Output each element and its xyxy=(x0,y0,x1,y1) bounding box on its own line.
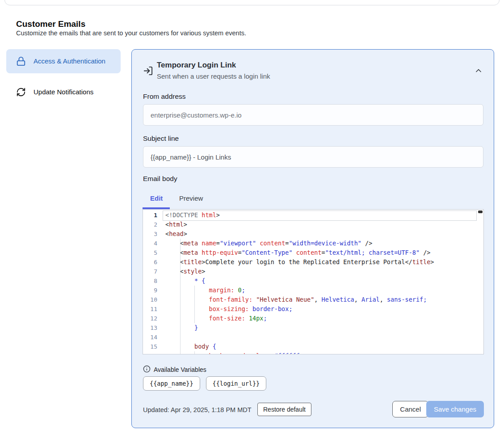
variable-chip[interactable]: {{app_name}} xyxy=(143,376,200,391)
code-line[interactable]: 7 <style> xyxy=(143,267,483,276)
refresh-icon xyxy=(16,87,26,97)
code-line[interactable]: 8 * { xyxy=(143,276,483,286)
code-text: body { xyxy=(165,342,216,351)
code-line[interactable]: 13 } xyxy=(143,323,483,333)
tab-edit[interactable]: Edit xyxy=(150,194,163,202)
sidebar-item-access-authentication[interactable]: Access & Authentication xyxy=(6,49,121,73)
code-text: <meta name="viewport" content="width=dev… xyxy=(165,239,372,248)
line-number: 7 xyxy=(143,267,157,276)
line-number: 16 xyxy=(143,351,157,354)
variable-chip[interactable]: {{login_url}} xyxy=(206,376,267,391)
code-editor[interactable]: 1<!DOCTYPE html>2<html>3<head>4 <meta na… xyxy=(143,209,484,354)
from-address-input[interactable] xyxy=(143,104,483,126)
log-in-icon xyxy=(143,66,153,78)
code-rows: 1<!DOCTYPE html>2<html>3<head>4 <meta na… xyxy=(143,210,483,354)
line-number: 15 xyxy=(143,342,157,351)
temporary-login-link-card: Temporary Login Link Sent when a user re… xyxy=(131,49,494,428)
subject-line-input[interactable] xyxy=(143,146,483,168)
card-subtitle: Sent when a user requests a login link xyxy=(157,72,270,80)
lock-icon xyxy=(16,56,26,66)
code-text: <style> xyxy=(165,267,205,276)
code-text: background-color: #ffffff; xyxy=(165,351,303,354)
code-text: font-size: 14px; xyxy=(165,314,267,323)
code-text: <head> xyxy=(165,229,187,239)
code-line[interactable]: 1<!DOCTYPE html> xyxy=(143,211,483,220)
sidebar-item-label: Access & Authentication xyxy=(34,56,105,67)
line-number: 10 xyxy=(143,295,157,304)
line-number: 5 xyxy=(143,248,157,257)
line-number: 11 xyxy=(143,304,157,314)
line-number: 2 xyxy=(143,220,157,229)
code-line[interactable]: 11 box-sizing: border-box; xyxy=(143,304,483,314)
available-variables-label: Available Variables xyxy=(154,366,206,373)
code-line[interactable]: 14 xyxy=(143,333,483,342)
previous-card-bottom-edge xyxy=(4,0,500,5)
page-subtitle: Customize the emails that are sent to yo… xyxy=(16,29,246,37)
editor-scrollbar-thumb[interactable] xyxy=(478,211,483,213)
sidebar-item-label: Update Notifications xyxy=(34,87,93,97)
subject-line-label: Subject line xyxy=(143,135,179,143)
code-text: * { xyxy=(165,276,205,286)
code-line[interactable]: 2<html> xyxy=(143,220,483,229)
code-text: font-family: "Helvetica Neue", Helvetica… xyxy=(165,295,427,304)
code-line[interactable]: 16 background-color: #ffffff; xyxy=(143,351,483,354)
code-line[interactable]: 12 font-size: 14px; xyxy=(143,314,483,323)
line-number: 8 xyxy=(143,276,157,286)
sidebar-item-update-notifications[interactable]: Update Notifications xyxy=(6,80,121,104)
active-tab-underline xyxy=(143,207,170,209)
code-text: <meta http-equiv="Content-Type" content=… xyxy=(165,248,430,257)
line-number: 3 xyxy=(143,229,157,239)
code-line[interactable]: 4 <meta name="viewport" content="width=d… xyxy=(143,239,483,248)
code-line[interactable]: 15 body { xyxy=(143,342,483,351)
line-number: 13 xyxy=(143,323,157,333)
collapse-card-button[interactable] xyxy=(472,65,485,77)
code-text: <title>Complete your login to the Replic… xyxy=(165,257,434,267)
email-categories-sidebar: Access & Authentication Update Notificat… xyxy=(6,49,121,104)
code-line[interactable]: 5 <meta http-equiv="Content-Type" conten… xyxy=(143,248,483,257)
line-number: 1 xyxy=(143,211,157,220)
page-title: Customer Emails xyxy=(16,19,85,29)
code-text: } xyxy=(165,323,198,333)
line-number: 14 xyxy=(143,333,157,342)
code-text: <html> xyxy=(165,220,187,229)
line-number: 9 xyxy=(143,286,157,295)
updated-timestamp: Updated: Apr 29, 2025, 1:18 PM MDT xyxy=(143,406,252,413)
info-icon[interactable] xyxy=(143,365,151,375)
line-number: 12 xyxy=(143,314,157,323)
code-line[interactable]: 9 margin: 0; xyxy=(143,286,483,295)
from-address-label: From address xyxy=(143,93,186,101)
variable-chips: {{app_name}}{{login_url}} xyxy=(143,376,266,391)
code-line[interactable]: 3<head> xyxy=(143,229,483,239)
code-line[interactable]: 6 <title>Complete your login to the Repl… xyxy=(143,257,483,267)
save-changes-button[interactable]: Save changes xyxy=(426,401,484,417)
tab-preview[interactable]: Preview xyxy=(179,194,203,202)
card-title: Temporary Login Link xyxy=(157,61,236,70)
chevron-up-icon xyxy=(474,70,483,76)
cancel-button[interactable]: Cancel xyxy=(392,401,428,417)
line-number: 4 xyxy=(143,239,157,248)
code-text: <!DOCTYPE html> xyxy=(165,211,220,220)
code-text: margin: 0; xyxy=(165,286,245,295)
email-body-label: Email body xyxy=(143,175,177,183)
code-line[interactable]: 10 font-family: "Helvetica Neue", Helvet… xyxy=(143,295,483,304)
restore-default-button[interactable]: Restore default xyxy=(257,403,311,416)
line-number: 6 xyxy=(143,257,157,267)
code-text: box-sizing: border-box; xyxy=(165,304,293,314)
